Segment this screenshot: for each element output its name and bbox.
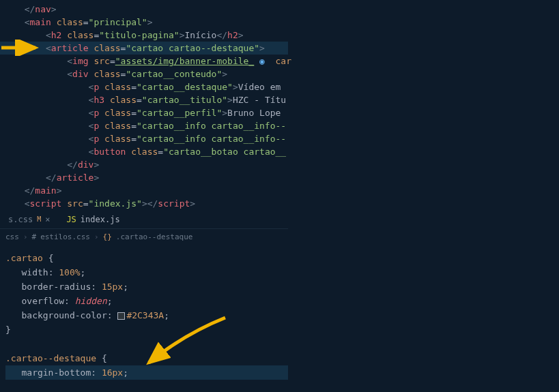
- code-line[interactable]: </article>: [0, 171, 288, 184]
- code-line[interactable]: <main class="principal">: [0, 16, 288, 29]
- chevron-right-icon: ›: [23, 232, 28, 241]
- css-code-block[interactable]: .cartao { width: 100%; border-radius: 15…: [0, 244, 288, 380]
- hash-icon: #: [32, 232, 37, 241]
- code-line-highlighted[interactable]: margin-bottom: 16px;: [5, 365, 288, 380]
- tab-label: index.js: [81, 215, 120, 224]
- code-line-highlighted[interactable]: <article class="cartao cartao--destaque"…: [0, 42, 288, 55]
- js-icon: JS: [66, 215, 76, 224]
- code-line[interactable]: border-radius: 15px;: [5, 280, 288, 294]
- code-line[interactable]: <p class="cartao__info cartao__info--: [0, 132, 288, 145]
- code-line[interactable]: [5, 337, 288, 351]
- color-swatch[interactable]: [117, 312, 125, 320]
- code-line[interactable]: background-color: #2C343A;: [5, 308, 288, 322]
- breadcrumb-segment[interactable]: estilos.css: [40, 232, 90, 241]
- code-line[interactable]: <h2 class="titulo-pagina">Início</h2>: [0, 29, 288, 42]
- breadcrumb-segment[interactable]: .cartao--destaque: [116, 232, 193, 241]
- code-line[interactable]: </nav>: [0, 3, 288, 16]
- code-line[interactable]: <p class="cartao__destaque">Vídeo em: [0, 80, 288, 93]
- close-icon[interactable]: ×: [45, 215, 50, 224]
- tab-bar: s.css M × JS index.js: [0, 210, 288, 229]
- editor-area: </nav> <main class="principal"> <h2 clas…: [0, 0, 288, 392]
- chevron-right-icon: ›: [94, 232, 99, 241]
- modified-indicator: M: [37, 215, 41, 223]
- braces-icon: {}: [103, 232, 112, 241]
- code-line[interactable]: <script src="index.js"></script>: [0, 197, 288, 210]
- html-code-block[interactable]: </nav> <main class="principal"> <h2 clas…: [0, 0, 288, 210]
- code-line[interactable]: </main>: [0, 184, 288, 197]
- code-line[interactable]: overflow: hidden;: [5, 294, 288, 308]
- code-line[interactable]: <div class="cartao__conteudo">: [0, 67, 288, 80]
- breadcrumb: css › # estilos.css › {} .cartao--destaq…: [0, 229, 288, 244]
- code-line[interactable]: <p class="cartao__info cartao__info--: [0, 119, 288, 132]
- tab-js[interactable]: JS index.js: [58, 212, 128, 227]
- eye-icon: ◉: [259, 56, 265, 66]
- tab-label: s.css: [8, 215, 33, 224]
- breadcrumb-segment[interactable]: css: [5, 232, 19, 241]
- code-line[interactable]: <p class="cartao__perfil">Bruno Lope: [0, 106, 288, 119]
- code-line[interactable]: }: [5, 322, 288, 337]
- code-line[interactable]: .cartao {: [5, 251, 288, 265]
- code-line[interactable]: width: 100%;: [5, 265, 288, 280]
- code-line[interactable]: </div>: [0, 158, 288, 171]
- code-line[interactable]: <button class="cartao__botao cartao__: [0, 145, 288, 158]
- code-line[interactable]: <img src="assets/img/banner-mobile_ ◉ ca…: [0, 55, 288, 67]
- code-line[interactable]: .cartao--destaque {: [5, 351, 288, 365]
- tab-css[interactable]: s.css M ×: [0, 212, 58, 227]
- code-line[interactable]: <h3 class="cartao__titulo">HZC - Títu: [0, 93, 288, 106]
